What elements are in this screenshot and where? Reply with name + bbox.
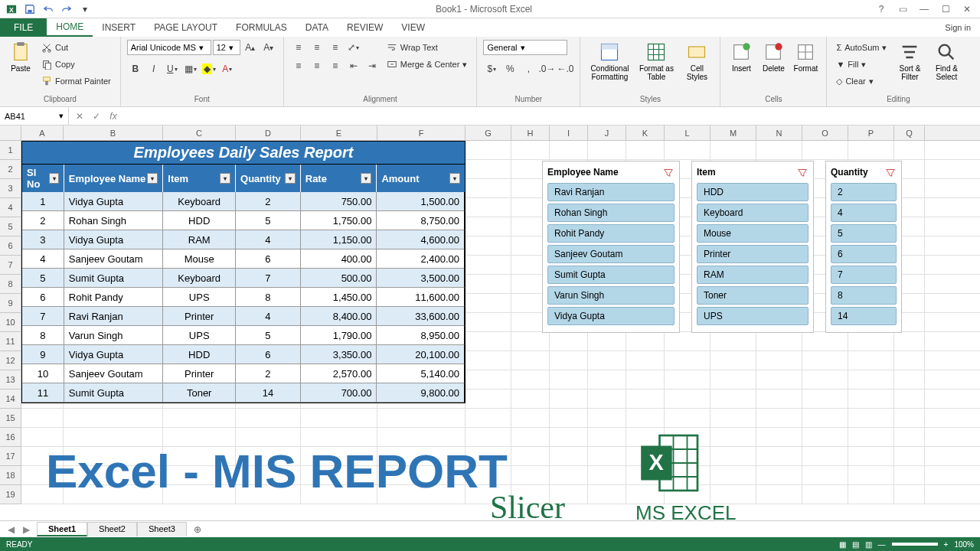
cell[interactable]: 9 — [22, 345, 64, 364]
italic-button[interactable]: I — [145, 61, 162, 77]
cell[interactable]: 2 — [236, 192, 301, 211]
row-header[interactable]: 13 — [0, 370, 21, 390]
file-tab[interactable]: FILE — [0, 18, 47, 37]
cell-styles-button[interactable]: Cell Styles — [680, 40, 714, 83]
merge-center-button[interactable]: Merge & Center ▾ — [384, 57, 471, 72]
cell[interactable]: 5 — [236, 326, 301, 345]
row-header[interactable]: 6 — [0, 236, 21, 256]
cell[interactable]: 2 — [22, 211, 64, 230]
cell[interactable]: UPS — [163, 326, 236, 345]
row-header[interactable]: 1 — [0, 141, 21, 160]
comma-button[interactable]: , — [520, 61, 537, 77]
cell[interactable]: 3,350.00 — [301, 345, 377, 364]
insert-cells-button[interactable]: Insert — [727, 40, 756, 74]
filter-icon[interactable]: ▾ — [220, 173, 230, 184]
view-pagebreak-button[interactable]: ▥ — [865, 540, 872, 549]
tab-review[interactable]: REVIEW — [338, 18, 392, 37]
decrease-decimal-button[interactable]: ←.0 — [557, 61, 573, 77]
slicer-item[interactable]: Toner — [697, 286, 808, 305]
sign-in-link[interactable]: Sign in — [936, 18, 980, 37]
close-button[interactable]: ✕ — [957, 2, 977, 16]
cell[interactable]: 4 — [236, 230, 301, 249]
cell[interactable]: 1,150.00 — [301, 230, 377, 249]
slicer-employee-name[interactable]: Employee NameRavi RanjanRohan SinghRohit… — [542, 161, 680, 333]
cell[interactable]: 7 — [22, 307, 64, 326]
column-header-sl-no[interactable]: Sl No▾ — [22, 165, 64, 192]
column-header[interactable]: C — [163, 126, 236, 140]
clear-filter-icon[interactable] — [884, 166, 897, 178]
accounting-format-button[interactable]: $ — [483, 61, 500, 77]
row-header[interactable]: 11 — [0, 332, 21, 351]
align-center-button[interactable]: ≡ — [309, 58, 325, 73]
row-header[interactable]: 15 — [0, 409, 21, 428]
cell[interactable]: Printer — [163, 364, 236, 383]
cell[interactable]: Vidya Gupta — [64, 192, 164, 211]
wrap-text-button[interactable]: Wrap Text — [384, 40, 471, 55]
table-row[interactable]: 3Vidya GuptaRAM41,150.004,600.00 — [22, 230, 465, 249]
slicer-item[interactable]: ItemHDDKeyboardMousePrinterRAMTonerUPS — [691, 161, 814, 333]
cell[interactable]: HDD — [163, 211, 236, 230]
clear-button[interactable]: ◇ Clear ▾ — [833, 73, 890, 89]
row-header[interactable]: 2 — [0, 160, 21, 179]
slicer-item[interactable]: Varun Singh — [547, 286, 675, 305]
table-row[interactable]: 5Sumit GuptaKeyboard7500.003,500.00 — [22, 269, 465, 288]
cell[interactable]: 7 — [236, 269, 301, 288]
view-layout-button[interactable]: ▤ — [852, 540, 859, 549]
column-header[interactable]: L — [665, 126, 710, 140]
column-header-rate[interactable]: Rate▾ — [301, 165, 377, 192]
cell[interactable]: 500.00 — [301, 269, 377, 288]
cell[interactable]: Sanjeev Goutam — [64, 364, 164, 383]
filter-icon[interactable]: ▾ — [361, 173, 371, 184]
autosum-button[interactable]: Σ AutoSum ▾ — [833, 40, 890, 55]
format-painter-button[interactable]: Format Painter — [38, 73, 114, 89]
cell[interactable]: 4 — [236, 307, 301, 326]
slicer-item[interactable]: Rohan Singh — [547, 204, 675, 222]
clear-filter-icon[interactable] — [796, 166, 808, 178]
row-header[interactable]: 12 — [0, 351, 21, 370]
cell[interactable]: 2 — [236, 364, 301, 383]
table-row[interactable]: 2Rohan SinghHDD51,750.008,750.00 — [22, 211, 465, 230]
table-row[interactable]: 8Varun SinghUPS51,790.008,950.00 — [22, 326, 465, 345]
table-row[interactable]: 4Sanjeev GoutamMouse6400.002,400.00 — [22, 249, 465, 269]
cell[interactable]: 2,570.00 — [301, 364, 377, 383]
cell[interactable]: 700.00 — [301, 383, 377, 403]
column-header[interactable]: N — [756, 126, 802, 140]
cell[interactable]: Vidya Gupta — [64, 230, 164, 249]
cell[interactable]: 4 — [22, 249, 64, 269]
delete-cells-button[interactable]: Delete — [759, 40, 788, 74]
enter-formula-button[interactable]: ✓ — [89, 109, 104, 124]
cell[interactable]: 8,400.00 — [301, 307, 377, 326]
sheet-tab-sheet2[interactable]: Sheet2 — [87, 522, 137, 536]
slicer-item[interactable]: Rohit Pandy — [547, 224, 675, 243]
cut-button[interactable]: Cut — [38, 40, 114, 55]
slicer-item[interactable]: Printer — [697, 245, 808, 263]
select-all-corner[interactable] — [0, 126, 21, 140]
cell[interactable]: 400.00 — [301, 249, 377, 269]
cell[interactable]: Keyboard — [163, 192, 236, 211]
tab-home[interactable]: HOME — [47, 18, 93, 37]
sheet-tab-sheet3[interactable]: Sheet3 — [137, 522, 187, 536]
cell[interactable]: 5 — [22, 269, 64, 288]
column-header-amount[interactable]: Amount▾ — [377, 165, 465, 192]
name-box[interactable]: AB41▾ — [0, 107, 69, 125]
cell[interactable]: 5 — [236, 211, 301, 230]
row-header[interactable]: 5 — [0, 217, 21, 236]
cell[interactable]: 11 — [22, 383, 64, 403]
filter-icon[interactable]: ▾ — [147, 173, 158, 184]
zoom-level[interactable]: 100% — [954, 540, 974, 549]
cell[interactable]: 3 — [22, 230, 64, 249]
slicer-item[interactable]: 5 — [831, 224, 897, 243]
cell[interactable]: 10 — [22, 364, 64, 383]
increase-decimal-button[interactable]: .0→ — [538, 61, 555, 77]
cell[interactable]: 4,600.00 — [377, 230, 465, 249]
bold-button[interactable]: B — [127, 61, 144, 77]
column-header[interactable]: K — [626, 126, 665, 140]
align-bottom-button[interactable]: ≡ — [327, 40, 344, 55]
sheet-prev-button[interactable]: ◀ — [5, 523, 17, 536]
align-top-button[interactable]: ≡ — [290, 40, 307, 55]
cell[interactable]: 5,140.00 — [377, 364, 465, 383]
slicer-item[interactable]: RAM — [697, 266, 808, 284]
cell[interactable]: 20,100.00 — [377, 345, 465, 364]
table-row[interactable]: 7Ravi RanjanPrinter48,400.0033,600.00 — [22, 307, 465, 326]
worksheet-grid[interactable]: ABCDEFGHIJKLMNOPQ 1234567891011121314151… — [0, 126, 980, 523]
